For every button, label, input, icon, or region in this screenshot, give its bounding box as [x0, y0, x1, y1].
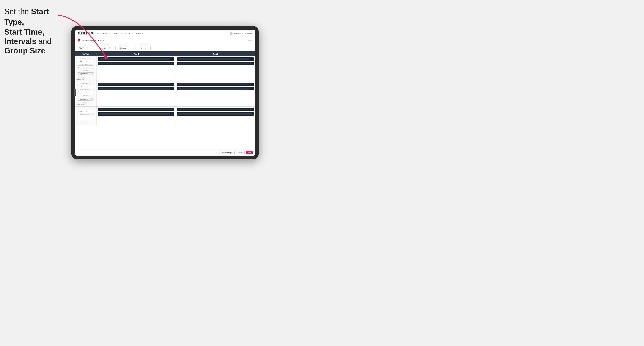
player-content-4-2 — [178, 88, 250, 90]
start-time-select[interactable]: 10:00 🕐 — [100, 46, 116, 50]
remove-icon-2: ○ — [76, 102, 77, 104]
player-row-4-1: × ○ — [177, 83, 254, 86]
player-content-6-1 — [178, 109, 250, 110]
player-row-1-1: × ○ — [98, 57, 174, 61]
team2-area-1: × ○ × ○ — [176, 56, 255, 81]
player-remove-5-2[interactable]: × ○ — [171, 113, 173, 115]
tee-time-header: Tee Time — [75, 53, 97, 55]
reset-changes-button[interactable]: Reset Changes — [220, 151, 234, 154]
starting-hole-input-2[interactable]: 1 ▾▴ — [77, 91, 94, 94]
start-type-select[interactable]: 1st Tee Start ▾ — [78, 46, 97, 50]
start-type-value: 1st Tee Start — [79, 46, 88, 49]
player-remove-4-2[interactable]: × ○ — [250, 88, 252, 90]
form-header: Start Type 1st Tee Start ▾ Start Time 10… — [75, 43, 255, 51]
time-clock-icon-3: ⏱ — [86, 111, 93, 112]
course-remove-1[interactable]: × — [90, 73, 92, 75]
nav-tournaments[interactable]: TOURNAMENTS — [97, 33, 110, 34]
player-row-4-2: × ○ — [177, 87, 254, 90]
back-button[interactable]: ‹ Back — [248, 39, 252, 41]
sidebar-toggle[interactable]: › — [74, 89, 76, 96]
instruction-text-1: Set the — [4, 7, 31, 16]
course-edit-1[interactable]: ✎ — [92, 73, 93, 75]
schedule-table: Tee Time Team 1 Team 2 STARTING TIME: 10… — [75, 51, 255, 150]
course-tag-2: 🏌 East Lake GC × ✎ — [77, 98, 92, 101]
group-size-select[interactable]: 3 ▾ — [140, 46, 150, 50]
group-actions-1: ○ Remove Group + Add Group — [76, 77, 95, 80]
player-remove-2-2[interactable]: × ○ — [250, 63, 252, 64]
instruction-panel: Set the Start Type, Start Time, Interval… — [4, 6, 69, 55]
remove-group-1[interactable]: ○ Remove Group — [76, 77, 95, 78]
intervals-field: Intervals 10 Minutes ▾ — [119, 44, 136, 50]
course-label-2: COURSE: — [76, 95, 95, 96]
course-tag-1: 📍 (A) Peachtree GC × ✎ — [77, 72, 94, 75]
player-row-2-1: × ○ — [177, 57, 254, 61]
group-row-1: STARTING TIME: 10:00 ⏱ STARTING HOLE: 1 … — [75, 56, 255, 81]
player-content-2-1 — [178, 58, 250, 60]
sub-header-logo: C — [78, 39, 80, 42]
player-remove-6-1[interactable]: × ○ — [250, 109, 252, 110]
table-footer: Reset Changes Cancel Save — [75, 150, 255, 156]
starting-hole-label-1: STARTING HOLE: — [76, 64, 95, 65]
intervals-select[interactable]: 10 Minutes ▾ — [119, 46, 136, 50]
player-remove-2-1[interactable]: × ○ — [250, 58, 252, 60]
hole-chevron-1: ▾▴ — [86, 66, 94, 68]
nav-right: blair@clippd.io | Sign out — [230, 32, 252, 35]
player-remove-4-1[interactable]: × ○ — [250, 84, 252, 85]
logo-text: SCOREBOARD — [78, 32, 94, 34]
team2-area-3: × ○ — [176, 107, 255, 126]
cancel-button[interactable]: Cancel — [236, 151, 245, 154]
nav-committee[interactable]: COMMITTEE — [122, 33, 132, 34]
player-content-2-2 — [178, 63, 250, 64]
team1-header: Team 1 — [97, 53, 176, 55]
player-row-5-1: × ○ — [98, 108, 174, 111]
hole-chevron-2: ▾▴ — [86, 92, 94, 93]
team2-header: Team 2 — [176, 53, 255, 55]
starting-time-input-2[interactable]: 10:10 ⏱ — [77, 85, 94, 88]
group-row-3: STARTING TIME: 10:20 ⏱ STARTING HOLE: × … — [75, 106, 255, 126]
player-content-4-1 — [178, 83, 250, 85]
starting-time-label-3: STARTING TIME: — [76, 108, 95, 110]
group-row-2: STARTING TIME: 10:10 ⏱ STARTING HOLE: 1 … — [75, 81, 255, 106]
start-type-chevron: ▾ — [88, 47, 96, 49]
breadcrumb-tournament[interactable]: Clippd Invitational (May) — [82, 39, 98, 41]
team2-area-2: × ○ × ○ — [176, 81, 255, 106]
user-email: blair@clippd.io — [234, 33, 244, 34]
course-icon-1: 📍 — [78, 73, 80, 75]
start-type-label: Start Type — [78, 44, 97, 46]
instruction-bold-4: Group Size — [4, 46, 45, 55]
instruction-bold-3: Intervals — [4, 37, 36, 46]
save-button[interactable]: Save — [246, 151, 253, 154]
course-name-2: East Lake GC — [80, 98, 88, 100]
nav-teams[interactable]: TEAMS — [112, 33, 118, 34]
player-content-6-2 — [178, 113, 252, 115]
player-row-6-1: × ○ — [177, 108, 254, 111]
nav-bar: SCOREBOARD Powered by clippd TOURNAMENTS… — [75, 30, 255, 37]
add-group-1[interactable]: + Add Group — [76, 79, 95, 80]
team1-area-3: × ○ × ○ — [97, 107, 176, 126]
logo-area: SCOREBOARD Powered by clippd — [78, 32, 94, 35]
course-tag-area-1: 📍 (A) Peachtree GC × ✎ — [77, 71, 94, 75]
starting-hole-input-3[interactable] — [77, 116, 94, 119]
player-remove-3-1[interactable]: × ○ — [171, 84, 173, 85]
starting-hole-input-1[interactable]: 1 ▾▴ — [77, 65, 94, 69]
starting-hole-label-2: STARTING HOLE: — [76, 89, 95, 90]
start-time-value: 10:00 — [102, 47, 108, 49]
add-group-2[interactable]: + Add Group — [76, 104, 95, 105]
course-remove-2[interactable]: × — [89, 98, 90, 100]
player-remove-1-1[interactable]: × ○ — [171, 58, 173, 60]
starting-time-input-1[interactable]: 10:00 ⏱ — [77, 60, 94, 63]
team1-area-1: × ○ × ○ — [97, 56, 176, 81]
player-remove-1-2[interactable]: × ○ — [171, 63, 173, 64]
player-remove-3-2[interactable]: × ○ — [171, 88, 173, 90]
intervals-chevron: ▾ — [128, 47, 135, 49]
sign-out-link[interactable]: Sign out — [247, 33, 252, 34]
remove-group-2[interactable]: ○ Remove Group — [76, 102, 95, 104]
nav-rankings[interactable]: RANKINGS — [135, 33, 144, 34]
course-icon-2: 🏌 — [78, 98, 80, 100]
course-edit-2[interactable]: ✎ — [90, 98, 92, 100]
starting-time-input-3[interactable]: 10:20 ⏱ — [77, 110, 94, 113]
instruction-text-4: . — [45, 46, 48, 55]
course-label-1: COURSE: — [76, 70, 95, 71]
starting-time-label-2: STARTING TIME: — [76, 83, 95, 84]
player-remove-5-1[interactable]: × ○ — [171, 109, 173, 110]
